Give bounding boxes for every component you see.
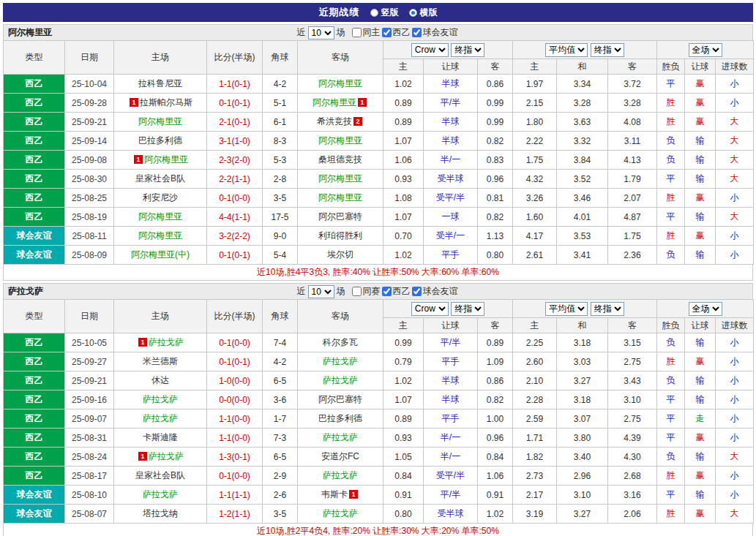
- recent-count-select[interactable]: 10: [308, 285, 334, 298]
- score-link[interactable]: 1-2(1-1): [207, 505, 263, 524]
- filter-checkbox[interactable]: 球会友谊: [412, 26, 458, 39]
- score-link[interactable]: 1-0(0-0): [207, 371, 263, 390]
- team-link[interactable]: 阿尔梅里亚: [312, 97, 356, 107]
- avg-draw: 3.28: [557, 94, 608, 113]
- view-option-horizontal[interactable]: 横版: [409, 7, 438, 19]
- avg-select[interactable]: 平均值: [545, 43, 588, 57]
- team-link[interactable]: 拉科鲁尼亚: [138, 78, 182, 88]
- team-link[interactable]: 米兰德斯: [143, 356, 178, 366]
- team-link[interactable]: 利珀得胜利: [318, 230, 362, 241]
- team-link[interactable]: 萨拉戈萨: [149, 451, 184, 461]
- checkbox-input[interactable]: [382, 287, 392, 296]
- team-link[interactable]: 阿尔梅里亚: [138, 211, 182, 222]
- score-link[interactable]: 0-1(0-0): [207, 467, 263, 486]
- score-link[interactable]: 3-1(1-0): [207, 132, 263, 151]
- odds-home: 0.91: [383, 486, 424, 505]
- avg-away: 4.08: [608, 113, 657, 132]
- home-team-cell: 塔拉戈纳: [114, 505, 207, 524]
- team-link[interactable]: 阿尔梅里亚: [138, 116, 182, 127]
- view-option-vertical[interactable]: 竖版: [370, 7, 399, 19]
- team-link[interactable]: 科尔多瓦: [323, 337, 358, 347]
- team-link[interactable]: 阿尔梅里亚: [318, 173, 362, 184]
- checkbox-input[interactable]: [412, 287, 422, 296]
- odds-company-select[interactable]: Crow: [411, 302, 449, 316]
- team-link[interactable]: 皇家社会B队: [135, 470, 185, 480]
- filter-checkbox[interactable]: 球会友谊: [412, 285, 458, 298]
- team-link[interactable]: 巴拉多利德: [138, 135, 182, 146]
- score-link[interactable]: 1-1(0-0): [207, 409, 263, 429]
- checkbox-input[interactable]: [412, 28, 422, 37]
- col-away: 客场: [298, 41, 383, 75]
- team-link[interactable]: 阿尔巴塞特: [318, 394, 362, 404]
- team-link[interactable]: 阿尔梅里亚: [144, 154, 188, 165]
- score-link[interactable]: 0-0(0-0): [207, 390, 263, 409]
- checkbox-input[interactable]: [352, 28, 362, 37]
- score-link[interactable]: 2-3(2-0): [207, 151, 263, 170]
- team-link[interactable]: 阿尔梅里亚: [318, 135, 362, 146]
- match-row: 西乙25-09-081阿尔梅里亚2-3(2-0)5-3桑坦德竞技1.06半/一0…: [4, 151, 754, 170]
- avg-final-select[interactable]: 终指: [591, 302, 624, 316]
- team-link[interactable]: 利安尼沙: [143, 192, 178, 203]
- recent-count-select[interactable]: 10: [308, 26, 334, 39]
- odds-final-select[interactable]: 终指: [451, 302, 484, 316]
- team-link[interactable]: 萨拉戈萨: [323, 356, 358, 366]
- score-link[interactable]: 1-3(0-1): [207, 448, 263, 467]
- score-link[interactable]: 2-1(0-1): [207, 113, 263, 132]
- team-link[interactable]: 阿尔巴塞特: [318, 211, 362, 222]
- score-link[interactable]: 3-2(2-2): [207, 227, 263, 246]
- score-link[interactable]: 1-1(0-0): [207, 429, 263, 448]
- team-link[interactable]: 萨拉戈萨: [323, 375, 358, 385]
- team-link[interactable]: 休达: [151, 375, 169, 385]
- score-link[interactable]: 0-1(0-0): [207, 333, 263, 352]
- team-link[interactable]: 皇家社会B队: [135, 173, 185, 184]
- checkbox-input[interactable]: [382, 28, 392, 37]
- avg-select[interactable]: 平均值: [545, 302, 588, 316]
- score-link[interactable]: 0-1(0-1): [207, 94, 263, 113]
- team-link[interactable]: 阿尔梅里亚: [318, 192, 362, 203]
- col-avg-away: 客: [608, 318, 657, 333]
- checkbox-input[interactable]: [352, 287, 362, 296]
- team-link[interactable]: 卡斯迪隆: [143, 432, 178, 442]
- score-link[interactable]: 4-4(1-1): [207, 208, 263, 227]
- team-link[interactable]: 萨拉戈萨: [323, 432, 358, 442]
- scope-select[interactable]: 全场: [689, 302, 722, 316]
- team-link[interactable]: 萨拉戈萨: [143, 489, 178, 499]
- team-link[interactable]: 萨拉戈萨: [323, 470, 358, 480]
- recent-results-page: 近期战绩 竖版 横版 阿尔梅里亚 近 10 场 同主西乙球会友谊: [0, 0, 756, 536]
- filter-checkbox[interactable]: 西乙: [382, 285, 411, 298]
- avg-away: 2.68: [608, 467, 657, 486]
- team-link[interactable]: 安道尔FC: [321, 451, 359, 461]
- score-link[interactable]: 0-1(0-0): [207, 189, 263, 208]
- team-link[interactable]: 阿尔梅里亚: [138, 230, 182, 241]
- scope-group-header: 全场: [657, 300, 754, 318]
- team-link[interactable]: 韦斯卡: [321, 489, 348, 499]
- team-link[interactable]: 希洪竞技: [317, 116, 352, 127]
- filter-checkbox[interactable]: 同赛: [352, 285, 381, 298]
- away-team-cell: 安道尔FC: [298, 448, 383, 467]
- home-team-cell: 皇家社会B队: [114, 170, 207, 189]
- team-link[interactable]: 萨拉戈萨: [149, 337, 184, 347]
- odds-company-select[interactable]: Crow: [411, 43, 449, 57]
- team-link[interactable]: 桑坦德竞技: [318, 154, 362, 165]
- team-link[interactable]: 阿尔梅里亚: [318, 78, 362, 88]
- team-link[interactable]: 拉斯帕尔马斯: [140, 97, 192, 107]
- score-link[interactable]: 2-2(1-1): [207, 170, 263, 189]
- score-link[interactable]: 1-1(0-1): [207, 75, 263, 94]
- team-link[interactable]: 埃尔切: [327, 249, 353, 260]
- avg-away: 1.75: [608, 227, 657, 246]
- avg-final-select[interactable]: 终指: [591, 43, 624, 57]
- team-link[interactable]: 塔拉戈纳: [143, 508, 178, 518]
- odds-final-select[interactable]: 终指: [451, 43, 484, 57]
- team-link[interactable]: 阿尔梅里亚(中): [131, 249, 190, 260]
- score-link[interactable]: 0-1(0-1): [207, 246, 263, 265]
- score-link[interactable]: 0-1(0-1): [207, 352, 263, 371]
- team-link[interactable]: 巴拉多利德: [318, 413, 362, 423]
- team-link[interactable]: 萨拉戈萨: [143, 394, 178, 404]
- filter-checkbox[interactable]: 同主: [352, 26, 381, 39]
- scope-select[interactable]: 全场: [689, 43, 722, 57]
- avg-home: 1.60: [513, 208, 557, 227]
- score-link[interactable]: 1-1(1-1): [207, 486, 263, 505]
- team-link[interactable]: 萨拉戈萨: [323, 508, 358, 518]
- team-link[interactable]: 萨拉戈萨: [143, 413, 178, 423]
- filter-checkbox[interactable]: 西乙: [382, 26, 411, 39]
